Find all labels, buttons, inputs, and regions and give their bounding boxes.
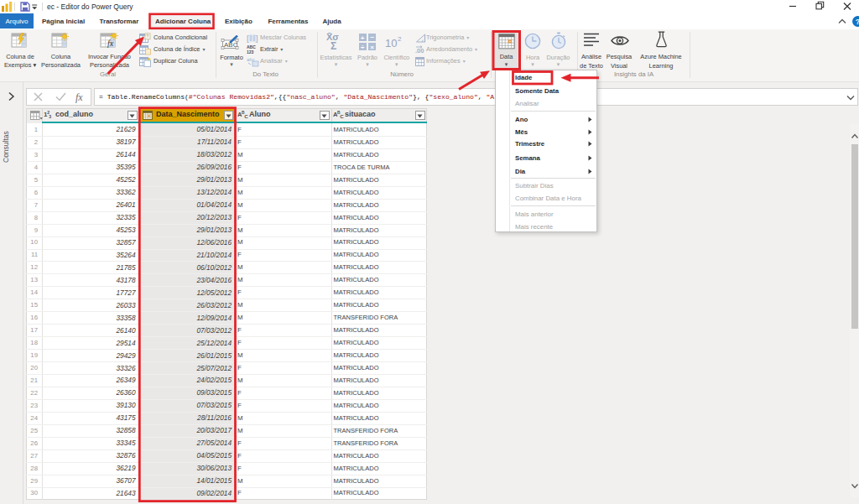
- svg-text:Σ: Σ: [331, 40, 336, 51]
- svg-text:[: [: [247, 34, 249, 43]
- svg-text:+: +: [361, 34, 365, 42]
- svg-text:123: 123: [247, 49, 254, 55]
- svg-text:−: −: [371, 34, 375, 41]
- svg-text:fx: fx: [107, 39, 114, 48]
- svg-text:?: ?: [146, 34, 148, 39]
- svg-text:fx: fx: [75, 91, 83, 103]
- svg-text:÷: ÷: [361, 44, 365, 50]
- svg-text:×: ×: [370, 44, 374, 50]
- svg-text:2: 2: [398, 35, 402, 43]
- svg-text:]: ]: [256, 34, 258, 43]
- svg-text:.00: .00: [415, 47, 424, 55]
- svg-text:10: 10: [385, 37, 397, 49]
